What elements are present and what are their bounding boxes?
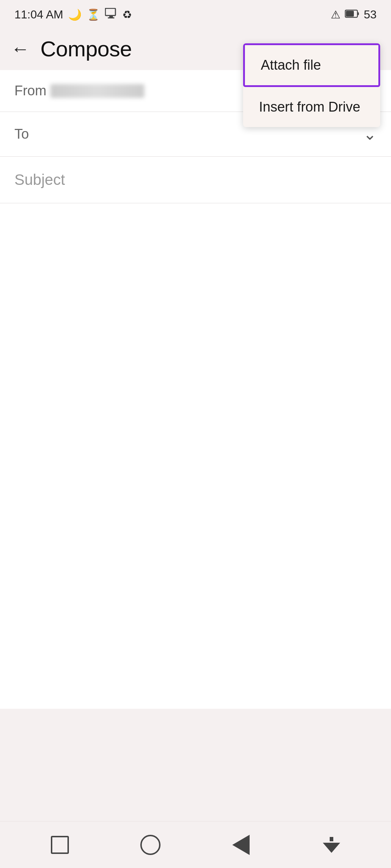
time-display: 11:04 AM bbox=[14, 8, 63, 21]
recent-apps-icon bbox=[51, 836, 69, 854]
subject-row[interactable]: Subject bbox=[0, 157, 391, 203]
status-right: ⚠ 53 bbox=[331, 8, 377, 21]
battery-level: 53 bbox=[364, 8, 377, 21]
download-icon bbox=[323, 837, 340, 853]
battery-icon bbox=[345, 8, 359, 21]
hourglass-icon: ⏳ bbox=[87, 8, 100, 21]
nav-back-button[interactable] bbox=[227, 830, 255, 859]
svg-rect-1 bbox=[109, 16, 113, 17]
from-email-blurred bbox=[50, 84, 144, 98]
svg-rect-2 bbox=[108, 17, 114, 18]
moon-icon: 🌙 bbox=[68, 8, 82, 21]
attach-file-menu-item[interactable]: Attach file bbox=[243, 43, 380, 87]
from-label: From bbox=[14, 83, 50, 99]
dropdown-menu: Attach file Insert from Drive bbox=[243, 43, 380, 127]
status-left: 11:04 AM 🌙 ⏳ ♻ bbox=[14, 8, 132, 21]
compose-body[interactable] bbox=[0, 203, 391, 709]
recycle-icon: ♻ bbox=[122, 8, 132, 21]
back-button[interactable]: ← bbox=[11, 39, 30, 58]
svg-rect-5 bbox=[346, 11, 354, 17]
nav-download-button[interactable] bbox=[317, 830, 346, 859]
status-bar: 11:04 AM 🌙 ⏳ ♻ ⚠ 53 bbox=[0, 0, 391, 29]
subject-placeholder: Subject bbox=[14, 171, 65, 188]
nav-bar bbox=[0, 821, 391, 868]
compose-form: From To ⌄ Subject bbox=[0, 70, 391, 709]
nav-home-button[interactable] bbox=[136, 830, 165, 859]
to-label: To bbox=[14, 126, 50, 142]
monitor-icon bbox=[105, 8, 117, 21]
to-expand-icon[interactable]: ⌄ bbox=[363, 125, 377, 143]
insert-from-drive-menu-item[interactable]: Insert from Drive bbox=[243, 87, 380, 127]
warning-icon: ⚠ bbox=[331, 8, 341, 21]
home-icon bbox=[140, 835, 161, 855]
back-icon bbox=[232, 835, 250, 855]
svg-rect-4 bbox=[357, 12, 359, 15]
svg-rect-0 bbox=[105, 8, 115, 16]
nav-recent-apps-button[interactable] bbox=[45, 830, 74, 859]
page-title: Compose bbox=[40, 36, 132, 61]
